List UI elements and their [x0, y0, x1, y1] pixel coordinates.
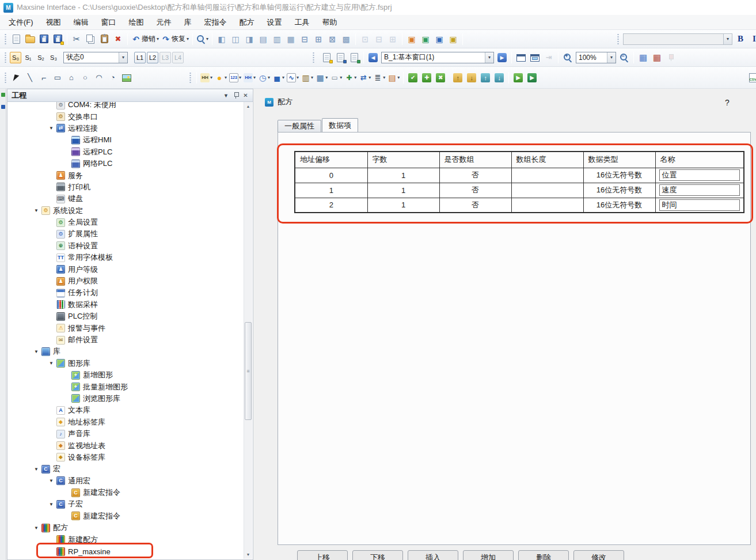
save-all-button[interactable] [51, 32, 64, 46]
export-data-button[interactable]: ↓ [492, 71, 506, 85]
tree-item[interactable]: C新建宏指令 [7, 510, 243, 522]
offline-simulation-button[interactable]: ▶ [511, 71, 525, 85]
new-file-button[interactable] [9, 32, 23, 46]
tree-item[interactable]: ▼C宏 [7, 463, 243, 475]
paste-button[interactable] [97, 32, 111, 46]
tree-item[interactable]: ◆设备标签库 [7, 452, 243, 463]
expand-arrow-icon[interactable]: ▼ [49, 502, 56, 507]
align-middle-button[interactable]: ▥ [270, 32, 284, 46]
state-s1-button[interactable]: S₁ [22, 52, 34, 63]
expand-arrow-icon[interactable]: ▼ [34, 525, 41, 531]
expand-arrow-icon[interactable]: ▼ [34, 349, 41, 354]
align-bottom-button[interactable]: ▦ [284, 32, 298, 46]
layer-2-button[interactable]: L2 [147, 52, 158, 63]
tree-item[interactable]: ✉邮件设置 [7, 334, 243, 346]
event-bar-button[interactable]: ▤▾ [386, 71, 401, 85]
cut-button[interactable]: ✂ [70, 32, 83, 46]
tree-item[interactable]: 任务计划 [7, 287, 243, 298]
list-box-button[interactable]: ≣▾ [372, 71, 386, 85]
panel-menu-button[interactable]: ▼ [221, 91, 231, 100]
tree-scrollbar[interactable]: ▲ ≡ ▼ [244, 102, 252, 559]
tree-item[interactable]: A文本库 [7, 404, 243, 416]
name-field[interactable]: 速度 [659, 184, 740, 196]
online-simulation-button[interactable]: ▶ [525, 71, 539, 85]
menu-item[interactable]: 窗口 [95, 15, 123, 29]
copy-window-button[interactable] [333, 51, 347, 65]
toolbar-grip[interactable] [617, 33, 620, 45]
italic-button[interactable]: I [747, 32, 756, 46]
tree-item[interactable]: 网络PLC [7, 158, 243, 169]
scroll-up-button[interactable]: ▲ [244, 102, 252, 111]
close-panel-button[interactable]: ✕ [241, 91, 250, 100]
tree-item[interactable]: 远程PLC [7, 146, 243, 158]
move-up-button[interactable]: 上移 [297, 550, 348, 560]
tree-item[interactable]: ▼配方 [7, 522, 243, 533]
tree-item[interactable]: ▼C子宏 [7, 498, 243, 510]
menu-item[interactable]: 宏指令 [198, 15, 233, 29]
tree-item[interactable]: C新建宏指令 [7, 487, 243, 498]
pin-button[interactable] [231, 91, 241, 100]
same-size-button[interactable]: ⊠ [325, 32, 339, 46]
menu-item[interactable]: 视图 [40, 15, 67, 29]
delete-button[interactable]: 删除 [518, 550, 569, 560]
open-file-button[interactable] [23, 32, 37, 46]
expand-arrow-icon[interactable]: ▼ [34, 467, 41, 472]
macro-check-button[interactable]: ✖ [434, 71, 447, 85]
help-button[interactable]: ? [725, 98, 730, 107]
flip-object-button[interactable]: ▣ [446, 32, 460, 46]
zoom-out-button[interactable]: − [617, 51, 631, 65]
show-grid-button[interactable]: ▦ [636, 51, 650, 65]
state-s2-button[interactable]: S₂ [35, 52, 47, 63]
name-field[interactable]: 时间 [659, 199, 740, 211]
meter-button[interactable]: ▥▾ [300, 71, 314, 85]
name-field[interactable]: 位置 [659, 169, 740, 181]
distribute-button[interactable]: ▩ [339, 32, 353, 46]
goto-window-button[interactable]: ▶ [495, 51, 509, 65]
redo-button[interactable]: ↷恢复▾ [160, 32, 190, 46]
function-key-button[interactable]: ✚▾ [343, 71, 358, 85]
line-tool-button[interactable]: ╲ [23, 71, 37, 85]
table-row[interactable]: 11否16位无符号数速度 [295, 183, 744, 198]
tree-item[interactable]: ♟用户等级 [7, 263, 243, 275]
tree-item[interactable]: ◆监视地址表 [7, 440, 243, 451]
tree-item[interactable]: ◆地址标签库 [7, 417, 243, 428]
toolbar-grip[interactable] [4, 52, 7, 63]
bold-button[interactable]: B [734, 32, 747, 46]
menu-item[interactable]: 工具 [288, 15, 316, 29]
tree-item[interactable]: 打印机 [7, 181, 243, 193]
expand-arrow-icon[interactable]: ▼ [49, 126, 56, 131]
align-top-button[interactable]: ▤ [256, 32, 270, 46]
save-button[interactable] [37, 32, 51, 46]
tree-item[interactable]: ⚙交换串口 [7, 111, 243, 122]
tree-item[interactable]: ▼C通用宏 [7, 475, 243, 487]
data-transfer-button[interactable]: ⇄▾ [358, 71, 372, 85]
scroll-down-button[interactable]: ▼ [244, 550, 252, 559]
zoom-in-button[interactable]: + [561, 51, 575, 65]
tree-item[interactable]: ⊕语种设置 [7, 240, 243, 252]
tab-general-properties[interactable]: 一般属性 [278, 120, 321, 132]
menu-item[interactable]: 元件 [150, 15, 178, 29]
menu-item[interactable]: 设置 [261, 15, 288, 29]
arc-tool-button[interactable]: ◠ [92, 71, 106, 85]
menu-item[interactable]: 配方 [233, 15, 261, 29]
tree-item-rp-maxsine[interactable]: RP_maxsine [7, 546, 243, 557]
download-project-button[interactable]: ↓ [465, 71, 478, 85]
delete-button[interactable]: ✖ [111, 32, 125, 46]
rect-tool-button[interactable]: ▭ [51, 71, 64, 85]
tree-item[interactable]: ▼图形库 [7, 358, 243, 369]
polygon-tool-button[interactable]: ⌂ [64, 71, 78, 85]
tree-item[interactable]: ⌨键盘 [7, 193, 243, 205]
tree-item[interactable]: ♟用户权限 [7, 275, 243, 287]
tree-item[interactable]: ♟服务 [7, 169, 243, 181]
macro-compile-button[interactable]: ✚ [420, 71, 434, 85]
new-window-button[interactable] [320, 51, 333, 65]
table-row[interactable]: 01否16位无符号数位置 [295, 168, 744, 183]
menu-item[interactable]: 库 [178, 15, 198, 29]
indicator-lamp-button[interactable]: ●▾ [214, 71, 228, 85]
slider-button[interactable]: ▭▾ [329, 71, 343, 85]
polyline-tool-button[interactable]: ⌐ [37, 71, 51, 85]
expand-arrow-icon[interactable]: ▼ [34, 208, 41, 213]
csv-export-button[interactable] [746, 71, 756, 85]
tree-item[interactable]: TT常用字体模板 [7, 252, 243, 263]
tree-item[interactable]: ♪声音库 [7, 428, 243, 440]
